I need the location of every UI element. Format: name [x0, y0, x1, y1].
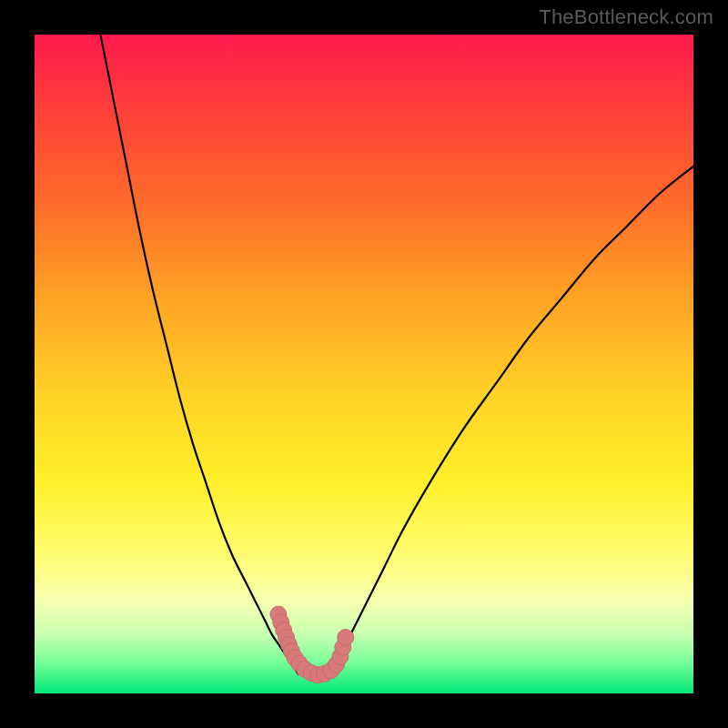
right-curve [331, 167, 693, 673]
svg-series-group [100, 35, 693, 683]
plot-area [35, 35, 693, 693]
marker-dot [338, 629, 354, 645]
chart-frame: TheBottleneck.com [0, 0, 728, 728]
left-curve [100, 35, 298, 673]
chart-svg [35, 35, 693, 693]
watermark-text: TheBottleneck.com [539, 5, 713, 29]
